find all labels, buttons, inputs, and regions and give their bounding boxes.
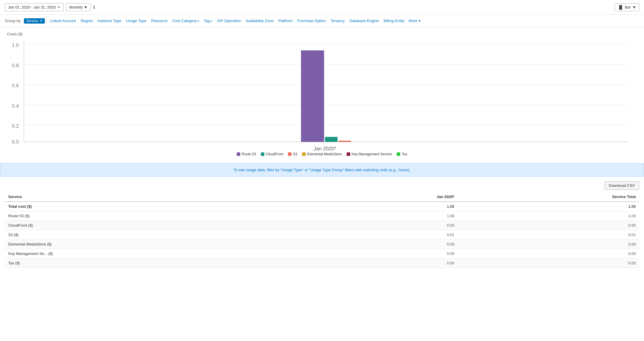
legend-label-cloudfront: CloudFront: [266, 152, 283, 156]
cell-total: 0.00: [458, 249, 639, 258]
close-icon[interactable]: ✕: [40, 19, 42, 23]
top-bar: Jan 01, 2020 - Jan 31, 2020 ▼ Monthly ▼ …: [0, 0, 644, 15]
table-row: CloudFront ($) 0.05 0.05: [5, 221, 639, 230]
cell-jan2020: 0.00: [311, 249, 458, 258]
bar-s3[interactable]: [338, 141, 351, 142]
legend-label-s3: S3: [293, 152, 297, 156]
sidebar-item-platform[interactable]: Platform: [276, 18, 294, 24]
svg-text:0.4: 0.4: [12, 103, 19, 109]
cell-jan2020: 0.05: [311, 221, 458, 230]
sidebar-item-availability-zone[interactable]: Availability Zone: [244, 18, 275, 24]
col-jan2020: Jan 2020*: [311, 192, 458, 202]
chart-type-chevron-icon: ▼: [632, 5, 636, 9]
info-icon[interactable]: ℹ: [93, 4, 95, 10]
top-bar-left: Jan 01, 2020 - Jan 31, 2020 ▼ Monthly ▼ …: [5, 3, 95, 11]
cell-jan2020: 1.06: [311, 202, 458, 211]
sidebar-item-resource[interactable]: Resource: [149, 18, 169, 24]
group-by-label: Group by:: [5, 19, 22, 23]
date-chevron-icon: ▼: [57, 6, 60, 9]
date-range-selector[interactable]: Jan 01, 2020 - Jan 31, 2020 ▼: [5, 3, 64, 11]
sidebar-item-cost-category[interactable]: Cost Category: [170, 18, 201, 24]
svg-text:0.6: 0.6: [12, 83, 19, 88]
cell-total: 0.00: [458, 240, 639, 249]
cell-service: Route 53 ($): [5, 211, 311, 221]
chart-type-selector[interactable]: ▐▌ Bar ▼: [615, 3, 639, 11]
table-actions: Download CSV: [5, 181, 639, 190]
legend-label-elemental: Elemental MediaStore: [307, 152, 342, 156]
table-row: Elemental MediaStore ($) 0.00 0.00: [5, 240, 639, 249]
col-service: Service: [5, 192, 311, 202]
chart-area: Costs ($) 1.0 0.8 0.6 0.4 0.2 0.0: [0, 27, 644, 161]
cell-jan2020: 1.00: [311, 211, 458, 221]
svg-text:0.0: 0.0: [12, 139, 19, 145]
legend-color-route53: [237, 152, 240, 156]
granularity-selector[interactable]: Monthly ▼: [66, 3, 91, 11]
table-section: Download CSV Service Jan 2020* Service T…: [0, 179, 644, 273]
more-button[interactable]: More ▾: [409, 19, 420, 23]
cell-jan2020: 0.00: [311, 240, 458, 249]
sidebar-item-linked-account[interactable]: Linked Account: [48, 18, 78, 24]
download-csv-button[interactable]: Download CSV: [605, 181, 639, 190]
legend-color-tax: [397, 152, 400, 156]
legend-tax: Tax: [397, 152, 407, 156]
table-row: Key Management Se... ($) 0.00 0.00: [5, 249, 639, 258]
cell-service: Key Management Se... ($): [5, 249, 311, 258]
active-group-text: Service: [26, 19, 38, 23]
legend-cloudfront: CloudFront: [261, 152, 283, 156]
legend-label-kms: Key Management Service: [352, 152, 392, 156]
svg-text:0.2: 0.2: [12, 123, 19, 129]
legend-color-elemental: [302, 152, 306, 156]
top-bar-right: ▐▌ Bar ▼: [615, 3, 639, 11]
cell-service: Total cost ($): [5, 202, 311, 211]
sidebar-item-tag[interactable]: Tag: [202, 18, 214, 24]
legend-color-s3: [288, 152, 291, 156]
col-total: Service Total: [458, 192, 639, 202]
bar-chart-icon: ▐▌: [618, 5, 623, 9]
table-row: Tax ($) 0.00 0.00: [5, 258, 639, 268]
cell-jan2020: 0.00: [311, 258, 458, 268]
cell-jan2020: 0.01: [311, 230, 458, 240]
group-by-bar: Group by: Service ✕ | Linked Account Reg…: [0, 15, 644, 27]
sidebar-item-tenancy[interactable]: Tenancy: [329, 18, 346, 24]
granularity-text: Monthly: [69, 5, 83, 9]
cell-service: S3 ($): [5, 230, 311, 240]
table-row: S3 ($) 0.01 0.01: [5, 230, 639, 240]
sidebar-item-billing-entity[interactable]: Billing Entity: [382, 18, 406, 24]
cell-service: CloudFront ($): [5, 221, 311, 230]
info-banner: To see usage data, filter by "Usage Type…: [0, 163, 644, 177]
legend-kms: Key Management Service: [347, 152, 392, 156]
cell-service: Elemental MediaStore ($): [5, 240, 311, 249]
cost-table: Service Jan 2020* Service Total Total co…: [5, 192, 639, 268]
sidebar-item-api-operation[interactable]: API Operation: [215, 18, 243, 24]
granularity-chevron-icon: ▼: [84, 5, 88, 9]
legend-color-cloudfront: [261, 152, 264, 156]
info-banner-text: To see usage data, filter by "Usage Type…: [233, 168, 410, 172]
cell-total: 0.01: [458, 230, 639, 240]
svg-text:1.0: 1.0: [12, 42, 19, 48]
chart-type-text: Bar: [625, 5, 631, 9]
svg-text:Jan 2020*: Jan 2020*: [314, 146, 336, 151]
cell-total: 1.06: [458, 202, 639, 211]
svg-text:0.8: 0.8: [12, 63, 19, 68]
table-row: Route 53 ($) 1.00 1.00: [5, 211, 639, 221]
sidebar-item-instance-type[interactable]: Instance Type: [96, 18, 123, 24]
bar-chart: 1.0 0.8 0.6 0.4 0.2 0.0 Jan: [7, 39, 637, 149]
active-group-service[interactable]: Service ✕: [24, 18, 45, 24]
legend-label-route53: Route 53: [242, 152, 256, 156]
date-range-text: Jan 01, 2020 - Jan 31, 2020: [8, 5, 56, 9]
cell-service: Tax ($): [5, 258, 311, 268]
sidebar-item-region[interactable]: Region: [79, 18, 95, 24]
table-row: Total cost ($) 1.06 1.06: [5, 202, 639, 211]
bar-route53[interactable]: [301, 50, 324, 142]
legend-route53: Route 53: [237, 152, 256, 156]
sidebar-item-purchase-option[interactable]: Purchase Option: [296, 18, 328, 24]
sidebar-item-database-engine[interactable]: Database Engine: [348, 18, 381, 24]
chart-y-label: Costs ($): [7, 32, 637, 36]
cell-total: 0.00: [458, 258, 639, 268]
cell-total: 0.05: [458, 221, 639, 230]
sidebar-item-usage-type[interactable]: Usage Type: [124, 18, 148, 24]
legend-s3: S3: [288, 152, 297, 156]
bar-cloudfront[interactable]: [325, 137, 337, 142]
legend-color-kms: [347, 152, 350, 156]
legend-elemental: Elemental MediaStore: [302, 152, 342, 156]
